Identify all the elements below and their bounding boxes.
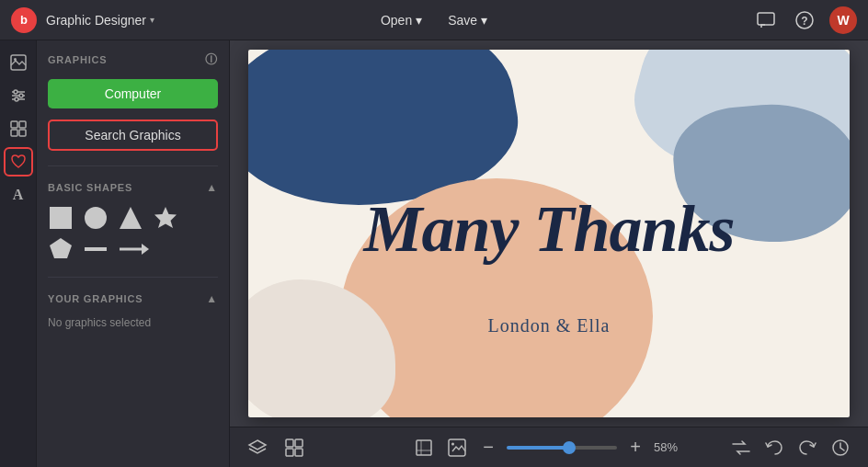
nav-image-icon[interactable] [4, 48, 33, 77]
svg-rect-11 [11, 121, 17, 128]
layers-icon-button[interactable] [245, 435, 270, 461]
zoom-slider[interactable] [507, 446, 617, 450]
grid-view-icon-button[interactable] [281, 435, 307, 461]
main-area: A GRAPHICS ⓘ Computer Search Graphics BA… [0, 40, 868, 467]
image-edit-icon-button[interactable] [444, 435, 470, 461]
bottom-bar: − + 58% [230, 427, 868, 467]
app-title[interactable]: Graphic Designer ▾ [46, 13, 154, 28]
swap-icon-button[interactable] [728, 435, 754, 461]
pentagon-shape[interactable] [48, 236, 74, 262]
user-avatar[interactable]: W [829, 6, 857, 34]
svg-point-16 [85, 207, 107, 229]
svg-rect-15 [50, 207, 72, 229]
topbar: b Graphic Designer ▾ Open ▾ Save ▾ ? [0, 0, 868, 40]
app-logo[interactable]: b [11, 7, 37, 33]
svg-point-8 [14, 90, 17, 94]
save-chevron-icon: ▾ [481, 13, 487, 28]
search-graphics-button[interactable]: Search Graphics [48, 120, 218, 151]
svg-marker-18 [154, 207, 177, 228]
help-icon-button[interactable]: ? [791, 6, 818, 34]
canvas-main-text: Many Thanks [363, 191, 734, 268]
save-button[interactable]: Save ▾ [439, 9, 497, 31]
circle-shape[interactable] [83, 205, 108, 231]
zoom-label: 58% [654, 440, 687, 454]
line-shape[interactable] [83, 236, 108, 262]
history-icon-button[interactable] [828, 435, 853, 461]
svg-text:?: ? [801, 15, 807, 28]
basic-shapes-chevron-icon: ▲ [206, 181, 218, 194]
open-button[interactable]: Open ▾ [371, 9, 431, 31]
shapes-row-2 [48, 236, 218, 262]
svg-rect-25 [286, 449, 293, 456]
your-graphics-header[interactable]: YOUR GRAPHICS ▲ [48, 292, 218, 305]
redo-icon-button[interactable] [794, 435, 820, 461]
svg-rect-26 [295, 449, 303, 456]
bottom-center-controls: − + 58% [411, 435, 687, 461]
svg-rect-24 [295, 439, 303, 447]
canvas-area: Many Thanks London & Ella [230, 40, 868, 467]
svg-rect-27 [417, 440, 431, 455]
svg-rect-0 [758, 13, 774, 25]
shapes-grid [48, 205, 218, 262]
graphics-section-header: GRAPHICS ⓘ [48, 51, 218, 68]
svg-point-4 [14, 58, 17, 61]
sidebar-panel: GRAPHICS ⓘ Computer Search Graphics BASI… [37, 40, 230, 467]
svg-marker-17 [120, 207, 142, 229]
computer-button[interactable]: Computer [48, 79, 218, 108]
svg-point-10 [15, 97, 18, 101]
crop-icon-button[interactable] [411, 435, 437, 461]
basic-shapes-header[interactable]: BASIC SHAPES ▲ [48, 181, 218, 194]
open-chevron-icon: ▾ [416, 13, 422, 28]
canvas-sub-text: London & Ella [488, 315, 611, 336]
divider-1 [48, 165, 218, 166]
svg-point-9 [19, 94, 23, 97]
triangle-shape[interactable] [118, 205, 143, 231]
your-graphics-chevron-icon: ▲ [206, 292, 218, 305]
topbar-right: ? W [752, 6, 857, 34]
nav-text-icon[interactable]: A [4, 180, 33, 210]
undo-icon-button[interactable] [761, 435, 787, 461]
divider-2 [48, 277, 218, 278]
svg-point-29 [451, 442, 454, 445]
info-icon[interactable]: ⓘ [205, 51, 218, 68]
nav-heart-icon[interactable] [4, 147, 33, 177]
zoom-in-button[interactable]: + [624, 437, 646, 459]
canvas-viewport[interactable]: Many Thanks London & Ella [230, 40, 868, 427]
arrow-shape[interactable] [118, 236, 151, 262]
design-canvas: Many Thanks London & Ella [248, 50, 850, 417]
title-chevron-icon: ▾ [150, 15, 154, 25]
icon-nav: A [0, 40, 37, 467]
star-shape[interactable] [153, 205, 178, 231]
bottom-right-controls [728, 435, 853, 461]
no-graphics-text: No graphics selected [48, 316, 218, 329]
svg-marker-19 [50, 238, 72, 258]
nav-sliders-icon[interactable] [4, 81, 33, 110]
chat-icon-button[interactable] [752, 6, 780, 34]
your-graphics-section: No graphics selected [48, 316, 218, 329]
topbar-center: Open ▾ Save ▾ [371, 9, 497, 31]
svg-rect-23 [286, 439, 293, 447]
svg-rect-12 [19, 121, 26, 128]
shapes-row-1 [48, 205, 218, 231]
square-shape[interactable] [48, 205, 74, 231]
svg-rect-14 [19, 130, 26, 136]
nav-grid-icon[interactable] [4, 114, 33, 143]
svg-marker-22 [142, 244, 149, 255]
zoom-out-button[interactable]: − [477, 437, 499, 459]
svg-rect-13 [11, 130, 17, 136]
